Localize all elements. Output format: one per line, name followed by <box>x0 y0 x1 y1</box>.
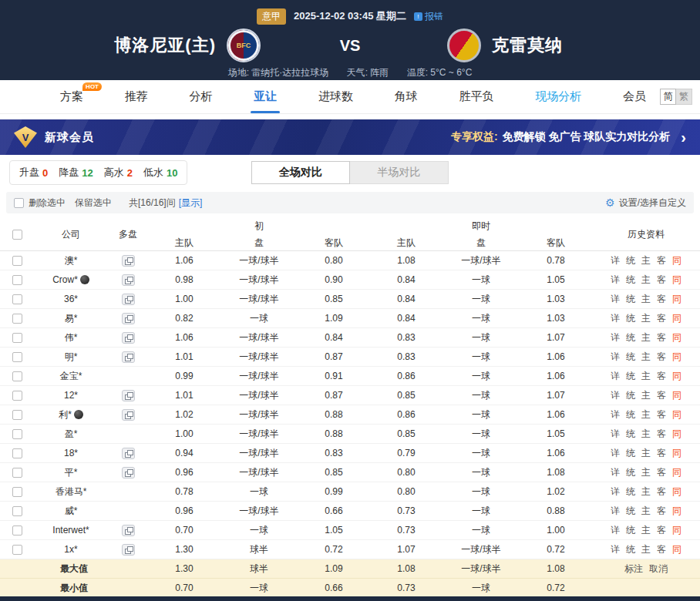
history-link-0[interactable]: 详 <box>611 543 620 556</box>
company-name[interactable]: 金宝* <box>60 370 82 383</box>
lang-simplified-button[interactable]: 简 <box>660 89 676 105</box>
history-link-2[interactable]: 主 <box>641 408 651 421</box>
delete-selected-button[interactable]: 删除选中 <box>29 196 66 210</box>
history-link-4[interactable]: 同 <box>672 331 681 344</box>
summary-action-0[interactable]: 标注 <box>624 562 643 576</box>
settings-button[interactable]: ⚙ 设置/选择自定义 <box>605 196 686 210</box>
company-name[interactable]: 36* <box>64 294 78 304</box>
history-link-3[interactable]: 客 <box>657 274 666 287</box>
multi-odds-icon[interactable] <box>122 332 135 344</box>
history-link-0[interactable]: 详 <box>611 447 620 460</box>
tab-half-match[interactable]: 半场对比 <box>350 161 449 184</box>
history-link-0[interactable]: 详 <box>611 370 620 383</box>
multi-odds-icon[interactable] <box>122 390 135 401</box>
multi-odds-icon[interactable] <box>122 544 135 556</box>
history-link-1[interactable]: 统 <box>626 447 635 460</box>
history-link-1[interactable]: 统 <box>626 331 635 344</box>
history-link-2[interactable]: 主 <box>641 428 651 441</box>
member-banner[interactable]: V 新球会员 专享权益: 免费解锁 免广告 球队实力对比分析 › <box>0 119 700 155</box>
history-link-3[interactable]: 客 <box>657 312 666 325</box>
history-link-2[interactable]: 主 <box>641 389 651 402</box>
history-link-4[interactable]: 同 <box>672 447 681 460</box>
history-link-3[interactable]: 客 <box>657 466 666 479</box>
row-checkbox[interactable] <box>12 468 22 478</box>
row-checkbox[interactable] <box>12 333 22 343</box>
history-link-2[interactable]: 主 <box>641 312 651 325</box>
history-link-4[interactable]: 同 <box>672 466 681 479</box>
history-link-4[interactable]: 同 <box>672 389 681 402</box>
history-link-2[interactable]: 主 <box>641 254 651 267</box>
company-name[interactable]: 易* <box>65 312 78 325</box>
row-checkbox[interactable] <box>12 352 22 362</box>
history-link-0[interactable]: 详 <box>611 485 620 499</box>
history-link-1[interactable]: 统 <box>626 408 635 421</box>
row-checkbox[interactable] <box>12 506 22 516</box>
keep-selected-button[interactable]: 保留选中 <box>75 196 112 210</box>
nav-tab-5[interactable]: 角球 <box>395 80 418 113</box>
company-name[interactable]: 澳* <box>65 254 78 267</box>
history-link-3[interactable]: 客 <box>657 331 666 344</box>
history-link-4[interactable]: 同 <box>672 370 681 383</box>
company-name[interactable]: 伟* <box>65 331 78 344</box>
company-name[interactable]: 利* <box>59 408 72 421</box>
row-checkbox[interactable] <box>12 256 22 266</box>
history-link-2[interactable]: 主 <box>641 331 651 344</box>
company-name[interactable]: 12* <box>64 390 78 401</box>
lang-traditional-button[interactable]: 繁 <box>676 89 692 105</box>
nav-tab-3[interactable]: 亚让 <box>254 80 277 113</box>
history-link-1[interactable]: 统 <box>626 543 635 556</box>
history-link-4[interactable]: 同 <box>672 254 681 267</box>
multi-odds-icon[interactable] <box>122 448 135 459</box>
history-link-1[interactable]: 统 <box>626 254 635 267</box>
history-link-2[interactable]: 主 <box>641 524 651 537</box>
history-link-1[interactable]: 统 <box>626 466 635 479</box>
multi-odds-icon[interactable] <box>122 525 135 536</box>
history-link-3[interactable]: 客 <box>657 389 666 402</box>
history-link-0[interactable]: 详 <box>611 408 620 421</box>
history-link-4[interactable]: 同 <box>672 408 681 421</box>
history-link-0[interactable]: 详 <box>611 293 620 306</box>
history-link-3[interactable]: 客 <box>657 543 666 556</box>
history-link-0[interactable]: 详 <box>611 389 620 402</box>
history-link-3[interactable]: 客 <box>657 254 666 267</box>
summary-action-1[interactable]: 取消 <box>649 562 668 576</box>
history-link-2[interactable]: 主 <box>641 274 651 287</box>
history-link-1[interactable]: 统 <box>626 524 635 537</box>
history-link-0[interactable]: 详 <box>611 428 620 441</box>
row-checkbox[interactable] <box>12 371 22 381</box>
row-checkbox[interactable] <box>12 525 22 536</box>
history-link-2[interactable]: 主 <box>641 351 651 364</box>
nav-tab-4[interactable]: 进球数 <box>318 80 353 113</box>
multi-odds-icon[interactable] <box>122 409 135 421</box>
multi-odds-icon[interactable] <box>122 351 135 363</box>
company-name[interactable]: 1x* <box>64 544 77 555</box>
nav-tab-8[interactable]: 会员 <box>623 80 646 113</box>
history-link-1[interactable]: 统 <box>626 293 635 306</box>
history-link-1[interactable]: 统 <box>626 485 635 499</box>
history-link-3[interactable]: 客 <box>657 505 666 518</box>
history-link-1[interactable]: 统 <box>626 389 635 402</box>
history-link-4[interactable]: 同 <box>672 312 681 325</box>
history-link-1[interactable]: 统 <box>626 428 635 441</box>
history-link-0[interactable]: 详 <box>611 524 620 537</box>
row-checkbox[interactable] <box>12 410 22 420</box>
history-link-1[interactable]: 统 <box>626 351 635 364</box>
multi-odds-icon[interactable] <box>122 255 135 267</box>
multi-odds-icon[interactable] <box>122 313 135 324</box>
history-link-0[interactable]: 详 <box>611 254 620 267</box>
select-all-checkbox[interactable] <box>12 230 22 240</box>
history-link-4[interactable]: 同 <box>672 485 681 499</box>
history-link-4[interactable]: 同 <box>672 274 681 287</box>
history-link-1[interactable]: 统 <box>626 312 635 325</box>
company-name[interactable]: 平* <box>65 466 78 479</box>
history-link-0[interactable]: 详 <box>611 274 620 287</box>
history-link-3[interactable]: 客 <box>657 293 666 306</box>
history-link-3[interactable]: 客 <box>657 351 666 364</box>
nav-tab-6[interactable]: 胜平负 <box>459 80 494 113</box>
history-link-3[interactable]: 客 <box>657 485 666 499</box>
nav-tab-2[interactable]: 分析 <box>190 80 213 113</box>
history-link-3[interactable]: 客 <box>657 524 666 537</box>
multi-odds-icon[interactable] <box>122 294 135 305</box>
history-link-3[interactable]: 客 <box>657 428 666 441</box>
history-link-0[interactable]: 详 <box>611 312 620 325</box>
